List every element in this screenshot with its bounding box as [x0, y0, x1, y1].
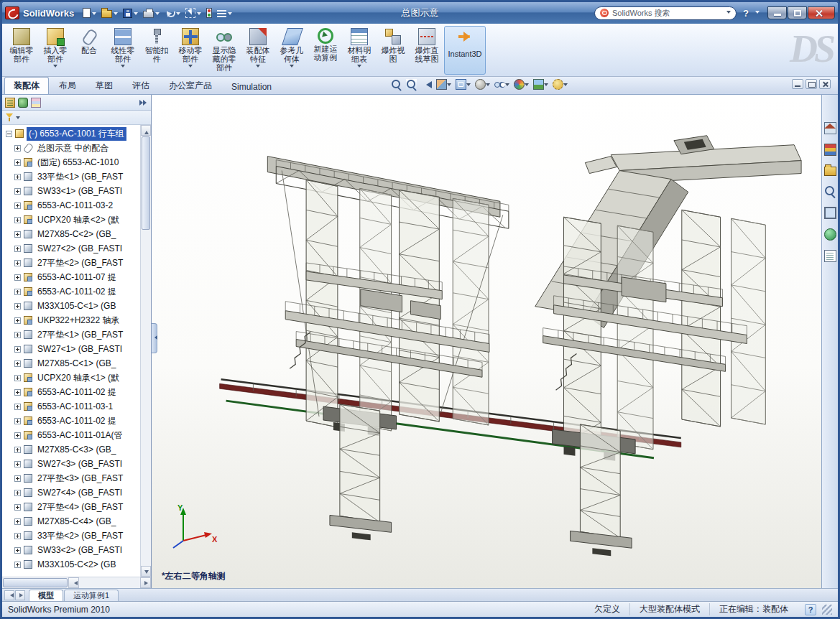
chevron-down-icon[interactable]	[197, 12, 201, 17]
expand-box-icon[interactable]	[14, 317, 21, 324]
search-icon[interactable]	[824, 185, 836, 197]
maximize-button[interactable]	[788, 6, 807, 19]
expand-box-icon[interactable]	[14, 447, 21, 453]
tree-item[interactable]: M27X85-C<3> (GB_	[2, 442, 140, 457]
file-explorer-icon[interactable]	[824, 167, 836, 176]
ribbon-button-instant3d[interactable]: Instant3D	[444, 26, 486, 75]
expand-box-icon[interactable]	[14, 375, 21, 381]
chevron-down-icon[interactable]	[188, 65, 193, 70]
chevron-down-icon[interactable]	[290, 65, 294, 70]
expand-box-icon[interactable]	[14, 260, 21, 266]
chevron-down-icon[interactable]	[256, 65, 260, 70]
tree-item[interactable]: 33平垫<1> (GB_FAST	[2, 169, 140, 184]
expand-box-icon[interactable]	[14, 432, 21, 439]
chevron-down-icon[interactable]	[525, 83, 529, 88]
chevron-down-icon[interactable]	[755, 11, 760, 16]
chevron-down-icon[interactable]	[114, 12, 118, 17]
section-view-button[interactable]	[435, 78, 452, 90]
expand-box-icon[interactable]	[14, 533, 21, 539]
ribbon-button-smart-fastener[interactable]: 智能扣件	[140, 26, 173, 75]
appearances-icon[interactable]	[824, 228, 836, 241]
chevron-down-icon[interactable]	[155, 12, 160, 17]
view-palette-icon[interactable]	[824, 207, 836, 219]
ribbon-button-mate[interactable]: 配合	[73, 26, 106, 75]
expand-box-icon[interactable]	[14, 217, 21, 223]
panel-collapse-handle[interactable]	[152, 323, 157, 353]
edit-appearance-button[interactable]	[513, 78, 530, 90]
zoom-fit-button[interactable]	[390, 78, 402, 90]
tree-item[interactable]: 6553-AC-1011-01A(管	[2, 428, 140, 442]
chevron-down-icon[interactable]	[563, 83, 568, 88]
tree-item[interactable]: 27平垫<2> (GB_FAST	[2, 256, 140, 270]
ribbon-button-assembly-feature[interactable]: 装配体特征	[241, 26, 274, 75]
new-document-button[interactable]	[81, 6, 98, 19]
view-orientation-button[interactable]	[455, 78, 471, 90]
chevron-down-icon[interactable]	[466, 83, 471, 88]
options-button[interactable]	[216, 7, 234, 19]
expand-box-icon[interactable]	[14, 203, 21, 209]
expand-box-icon[interactable]	[14, 518, 21, 525]
panel-splitter-box[interactable]	[3, 578, 68, 587]
tree-item[interactable]: M27X85-C<1> (GB_	[2, 356, 140, 371]
tab-评估[interactable]: 评估	[123, 77, 159, 94]
help-button[interactable]: ?	[741, 8, 751, 19]
tab-scroll-left-button[interactable]	[4, 590, 14, 600]
tree-item[interactable]: 6553-AC-1011-02 提	[2, 385, 140, 399]
filter-funnel-icon[interactable]	[5, 113, 14, 122]
double-chevron-right-icon[interactable]	[139, 98, 148, 107]
tree-item[interactable]: M27X85-C<4> (GB_	[2, 514, 140, 529]
resize-grip[interactable]	[822, 605, 832, 615]
scroll-left-button[interactable]	[68, 577, 79, 588]
chevron-down-icon[interactable]	[16, 116, 20, 121]
configurationmanager-icon[interactable]	[31, 98, 41, 108]
expand-box-icon[interactable]	[14, 418, 21, 424]
ribbon-button-explode-line[interactable]: 爆炸直线草图	[410, 26, 443, 75]
tree-item[interactable]: (-) 6553-AC-1001 行车组	[2, 126, 140, 141]
chevron-down-icon[interactable]	[134, 12, 138, 17]
tree-item[interactable]: UKP322+H2322 轴承	[2, 313, 140, 327]
minimize-button[interactable]	[767, 6, 787, 19]
chevron-down-icon[interactable]	[357, 65, 361, 70]
undo-button[interactable]	[163, 7, 182, 19]
scrollbar-track[interactable]	[141, 231, 151, 566]
expand-box-icon[interactable]	[14, 231, 21, 238]
collapse-box-icon[interactable]	[6, 131, 12, 137]
tree-item[interactable]: M33X105-C<1> (GB	[2, 299, 140, 313]
apply-scene-button[interactable]	[532, 78, 549, 90]
scrollbar-thumb[interactable]	[142, 136, 150, 230]
rebuild-button[interactable]	[205, 6, 213, 19]
expand-box-icon[interactable]	[14, 289, 21, 295]
expand-box-icon[interactable]	[14, 475, 21, 482]
tab-Simulation[interactable]: Simulation	[222, 79, 281, 94]
tree-item[interactable]: M27X85-C<2> (GB_	[2, 227, 140, 241]
tree-item[interactable]: 6553-AC-1011-03-2	[2, 198, 140, 213]
tab-scroll-right-button[interactable]	[15, 590, 25, 600]
open-button[interactable]	[100, 6, 119, 19]
bottom-tab-模型[interactable]: 模型	[29, 590, 63, 601]
tree-item[interactable]: 6553-AC-1011-07 提	[2, 270, 140, 284]
close-button[interactable]	[808, 6, 835, 19]
document-close-button[interactable]	[819, 79, 831, 89]
custom-properties-icon[interactable]	[824, 250, 836, 262]
tree-item[interactable]: 33平垫<2> (GB_FAST	[2, 529, 140, 543]
chevron-down-icon[interactable]	[92, 12, 96, 17]
status-help-button[interactable]: ?	[805, 604, 816, 615]
tree-item[interactable]: 6553-AC-1011-02 提	[2, 284, 140, 299]
expand-box-icon[interactable]	[14, 389, 21, 396]
expand-box-icon[interactable]	[14, 547, 21, 554]
chevron-down-icon[interactable]	[53, 65, 57, 70]
expand-box-icon[interactable]	[14, 346, 21, 353]
expand-box-icon[interactable]	[14, 188, 21, 195]
chevron-down-icon[interactable]	[121, 65, 125, 70]
expand-box-icon[interactable]	[14, 490, 21, 496]
tab-装配体[interactable]: 装配体	[4, 77, 49, 94]
chevron-down-icon[interactable]	[486, 83, 490, 88]
expand-box-icon[interactable]	[14, 174, 21, 180]
propertymanager-icon[interactable]	[18, 98, 28, 108]
document-minimize-button[interactable]	[792, 79, 803, 89]
expand-box-icon[interactable]	[14, 145, 21, 152]
previous-view-button[interactable]	[420, 78, 433, 90]
tree-item[interactable]: 27平垫<3> (GB_FAST	[2, 471, 140, 485]
tab-布局[interactable]: 布局	[50, 77, 86, 94]
ribbon-button-bom[interactable]: 材料明细表	[343, 26, 376, 75]
